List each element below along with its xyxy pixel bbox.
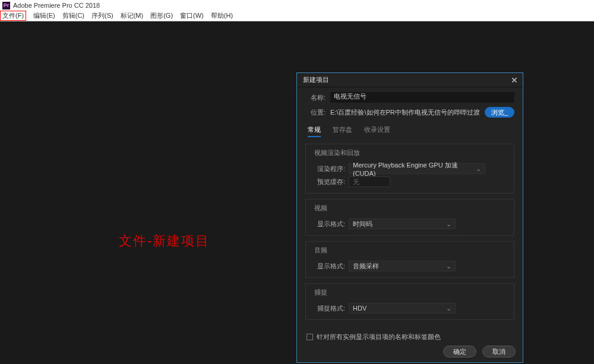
location-dropdown[interactable]: E:\百度经验\如何在PR中制作电视无信号的哔哔过渡效果 — [330, 107, 480, 118]
group-audio: 音频 显示格式: 音频采样⌄ — [305, 241, 514, 278]
audio-format-label: 显示格式: — [312, 262, 345, 271]
dialog-title: 新建项目 — [303, 75, 329, 84]
cancel-button[interactable]: 取消 — [482, 346, 516, 357]
dialog-footer: 确定 取消 — [443, 346, 516, 357]
menu-file[interactable]: 文件(F) — [0, 11, 26, 21]
dialog-tabs: 常规 暂存盘 收录设置 — [308, 125, 514, 137]
menu-clip[interactable]: 剪辑(C) — [62, 11, 84, 20]
renderer-select[interactable]: Mercury Playback Engine GPU 加速 (CUDA)⌄ — [349, 163, 485, 174]
menu-edit[interactable]: 编辑(E) — [33, 11, 55, 20]
title-bar: Pr Adobe Premiere Pro CC 2018 — [0, 0, 594, 11]
renderer-label: 渲染程序: — [312, 164, 345, 173]
video-format-label: 显示格式: — [312, 220, 345, 229]
preview-cache-select: 无 — [349, 176, 390, 187]
menu-graphics[interactable]: 图形(G) — [150, 11, 173, 20]
group-render: 视频渲染和回放 渲染程序: Mercury Playback Engine GP… — [305, 144, 514, 194]
dialog-title-bar: 新建项目 ✕ — [297, 73, 523, 87]
menu-bar: 文件(F) 编辑(E) 剪辑(C) 序列(S) 标记(M) 图形(G) 窗口(W… — [0, 11, 594, 21]
menu-marker[interactable]: 标记(M) — [121, 11, 144, 20]
close-icon[interactable]: ✕ — [511, 75, 518, 85]
tab-general[interactable]: 常规 — [308, 125, 321, 137]
group-audio-legend: 音频 — [312, 246, 330, 255]
capture-format-label: 捕捉格式: — [312, 304, 345, 313]
name-row: 名称: 电视无信号 — [305, 92, 514, 103]
label-color-row: 针对所有实例显示项目项的名称和标签颜色 — [307, 333, 514, 341]
menu-help[interactable]: 帮助(H) — [211, 11, 233, 20]
app-icon: Pr — [2, 2, 10, 10]
menu-window[interactable]: 窗口(W) — [180, 11, 204, 20]
preview-cache-label: 预览缓存: — [312, 178, 345, 186]
group-capture: 捕捉 捕捉格式: HDV⌄ — [305, 283, 514, 320]
group-render-legend: 视频渲染和回放 — [312, 148, 362, 157]
browse-button[interactable]: 浏览_ — [485, 107, 514, 118]
group-video-legend: 视频 — [312, 204, 330, 213]
menu-sequence[interactable]: 序列(S) — [91, 11, 113, 20]
group-video: 视频 显示格式: 时间码⌄ — [305, 199, 514, 236]
annotation-text: 文件-新建项目 — [119, 232, 210, 250]
name-label: 名称: — [305, 93, 326, 102]
ok-button[interactable]: 确定 — [443, 346, 476, 357]
app-title: Adobe Premiere Pro CC 2018 — [13, 2, 100, 9]
group-capture-legend: 捕捉 — [312, 288, 330, 297]
tab-ingest[interactable]: 收录设置 — [364, 125, 390, 137]
audio-format-select[interactable]: 音频采样⌄ — [349, 261, 456, 271]
label-color-label: 针对所有实例显示项目项的名称和标签颜色 — [317, 333, 441, 341]
name-input[interactable]: 电视无信号 — [330, 92, 514, 103]
label-color-checkbox[interactable] — [307, 334, 313, 340]
tab-scratch[interactable]: 暂存盘 — [333, 125, 352, 137]
video-format-select[interactable]: 时间码⌄ — [349, 219, 456, 229]
location-row: 位置: E:\百度经验\如何在PR中制作电视无信号的哔哔过渡效果 浏览_ — [305, 107, 514, 118]
new-project-dialog: 新建项目 ✕ 名称: 电视无信号 位置: E:\百度经验\如何在PR中制作电视无… — [296, 72, 523, 363]
location-label: 位置: — [305, 108, 326, 117]
capture-format-select[interactable]: HDV⌄ — [349, 303, 456, 314]
